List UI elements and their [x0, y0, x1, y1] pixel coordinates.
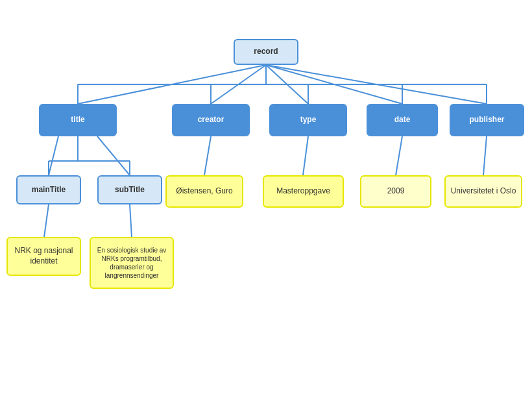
svg-line-10: [303, 136, 308, 175]
node-date-value: 2009: [360, 175, 431, 208]
svg-line-8: [130, 204, 132, 237]
svg-line-5: [49, 136, 58, 175]
svg-line-9: [204, 136, 211, 175]
node-type: type: [269, 104, 347, 136]
node-title: title: [39, 104, 117, 136]
diagram-container: record title creator type date publisher…: [0, 0, 532, 394]
svg-line-12: [483, 136, 487, 175]
svg-line-7: [44, 204, 49, 237]
svg-line-6: [97, 136, 130, 175]
svg-line-4: [266, 65, 487, 104]
svg-line-2: [266, 65, 308, 104]
node-subTitle-value: En sosiologisk studie av NRKs programtil…: [90, 237, 174, 289]
node-creator-value: Øistensen, Guro: [165, 175, 243, 208]
node-mainTitle-value: NRK og nasjonal identitet: [6, 237, 81, 276]
node-subTitle: subTitle: [97, 175, 162, 204]
node-type-value: Masteroppgave: [263, 175, 344, 208]
node-publisher: publisher: [450, 104, 524, 136]
svg-line-1: [211, 65, 266, 104]
node-creator: creator: [172, 104, 250, 136]
node-mainTitle: mainTitle: [16, 175, 81, 204]
node-publisher-value: Universitetet i Oslo: [444, 175, 522, 208]
svg-line-0: [78, 65, 266, 104]
node-date: date: [367, 104, 438, 136]
node-record: record: [234, 39, 298, 65]
svg-line-11: [396, 136, 402, 175]
svg-line-3: [266, 65, 402, 104]
